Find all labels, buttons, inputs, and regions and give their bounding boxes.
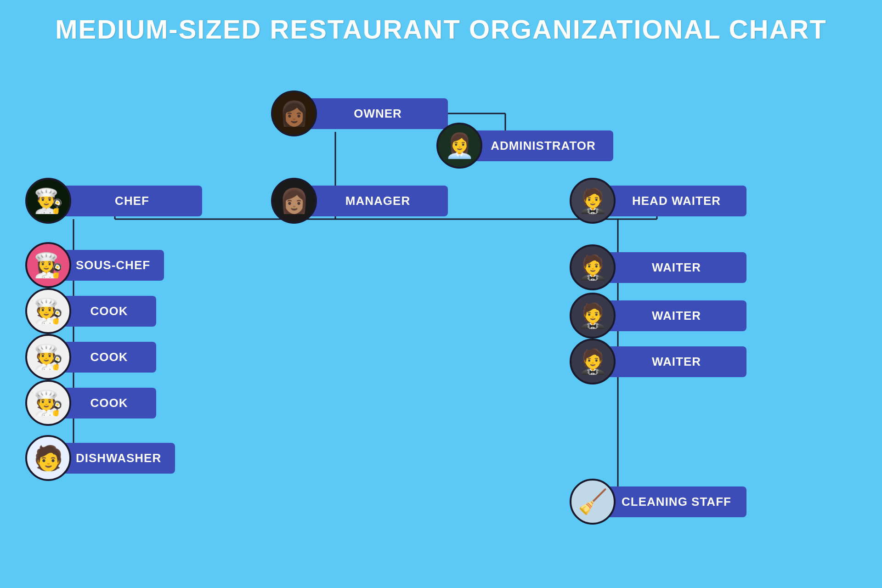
- cook1-node: 🧑‍🍳 COOK: [25, 288, 156, 334]
- cook2-avatar: 🧑‍🍳: [25, 334, 71, 380]
- dishwasher-label: DISHWASHER: [55, 443, 175, 474]
- administrator-avatar: 👩‍💼: [436, 123, 482, 169]
- cook3-avatar: 🧑‍🍳: [25, 380, 71, 426]
- waiter2-avatar: 🤵: [570, 293, 616, 339]
- waiter1-label: WAITER: [599, 252, 746, 283]
- waiter1-node: 🤵 WAITER: [570, 244, 746, 290]
- manager-label: MANAGER: [301, 186, 448, 216]
- administrator-label: ADMINISTRATOR: [466, 130, 613, 161]
- waiter2-node: 🤵 WAITER: [570, 293, 746, 339]
- waiter2-label: WAITER: [599, 300, 746, 331]
- cleaningstaff-label: CLEANING STAFF: [599, 486, 746, 517]
- waiter3-avatar: 🤵: [570, 339, 616, 384]
- chef-node: 👨‍🍳 CHEF: [25, 178, 202, 224]
- owner-node: 👩🏾 OWNER: [271, 90, 448, 136]
- dishwasher-avatar: 🧑: [25, 435, 71, 481]
- headwaiter-node: 🤵 HEAD WAITER: [570, 178, 746, 224]
- cook2-node: 🧑‍🍳 COOK: [25, 334, 156, 380]
- souschef-label: SOUS-CHEF: [55, 250, 164, 281]
- page-title: MEDIUM-SIZED RESTAURANT ORGANIZATIONAL C…: [0, 0, 882, 54]
- administrator-node: 👩‍💼 ADMINISTRATOR: [436, 123, 613, 169]
- waiter3-label: WAITER: [599, 346, 746, 377]
- cook1-avatar: 🧑‍🍳: [25, 288, 71, 334]
- manager-avatar: 👩🏽: [271, 178, 317, 224]
- headwaiter-label: HEAD WAITER: [599, 186, 746, 216]
- souschef-node: 👩‍🍳 SOUS-CHEF: [25, 242, 164, 288]
- chef-avatar: 👨‍🍳: [25, 178, 71, 224]
- org-chart: 👩🏾 OWNER 👩‍💼 ADMINISTRATOR 👩🏽 MANAGER 👨‍…: [0, 54, 882, 587]
- owner-label: OWNER: [301, 98, 448, 129]
- cleaningstaff-avatar: 🧹: [570, 479, 616, 525]
- manager-node: 👩🏽 MANAGER: [271, 178, 448, 224]
- owner-avatar: 👩🏾: [271, 90, 317, 136]
- waiter3-node: 🤵 WAITER: [570, 339, 746, 384]
- cook3-node: 🧑‍🍳 COOK: [25, 380, 156, 426]
- souschef-avatar: 👩‍🍳: [25, 242, 71, 288]
- dishwasher-node: 🧑 DISHWASHER: [25, 435, 175, 481]
- chef-label: CHEF: [55, 186, 202, 216]
- cleaningstaff-node: 🧹 CLEANING STAFF: [570, 479, 746, 525]
- waiter1-avatar: 🤵: [570, 244, 616, 290]
- headwaiter-avatar: 🤵: [570, 178, 616, 224]
